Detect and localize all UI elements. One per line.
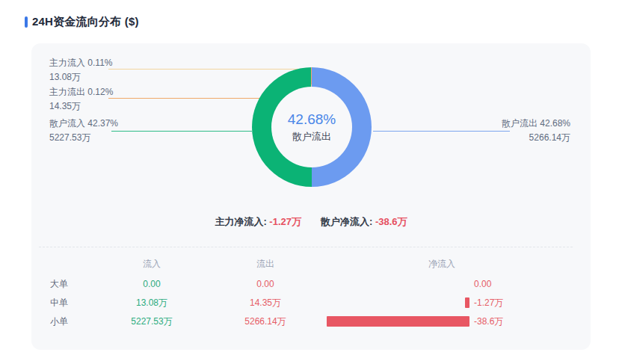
net-value: -1.27万 (474, 297, 503, 309)
label-retail-inflow-amount: 5227.53万 (49, 131, 118, 145)
label-main-outflow-amount: 14.35万 (49, 99, 113, 114)
fund-flow-card: 主力流入 0.11% 13.08万 主力流出 0.12% 14.35万 散户流入… (31, 43, 591, 350)
table-row-small-orders: 小单 5227.53万 5266.14万 -38.6万 (31, 315, 591, 327)
table-row-large-orders: 大单 0.00 0.00 0.00 (31, 278, 591, 290)
title-accent-bar (25, 16, 28, 28)
donut-ring[interactable]: 42.68% 散户流出 (252, 67, 372, 187)
label-main-outflow: 主力流出 0.12% 14.35万 (49, 85, 113, 114)
table-row-medium-orders: 中单 13.08万 14.35万 -1.27万 (31, 297, 591, 309)
panel-title-row: 24H资金流向分布 ($) (25, 15, 139, 29)
label-main-inflow-title: 主力流入 0.11% (49, 56, 112, 70)
label-retail-outflow-title: 散户流出 42.68% (502, 117, 570, 131)
retail-net-flow: 散户净流入: -38.6万 (321, 215, 407, 229)
header-inflow: 流入 (107, 258, 197, 270)
header-net-inflow: 净流入 (412, 258, 472, 270)
row-label: 大单 (50, 278, 68, 290)
retail-net-flow-label: 散户净流入: (321, 216, 372, 227)
label-main-inflow-amount: 13.08万 (49, 70, 112, 84)
inflow-value: 13.08万 (107, 297, 197, 309)
label-retail-outflow: 散户流出 42.68% 5266.14万 (502, 117, 570, 145)
label-main-outflow-title: 主力流出 0.12% (49, 85, 113, 99)
panel-title: 24H资金流向分布 ($) (32, 15, 139, 29)
outflow-value: 5266.14万 (221, 315, 310, 327)
row-label: 中单 (50, 297, 68, 309)
outflow-value: 14.35万 (221, 297, 310, 309)
table-header-row: 流入 流出 净流入 (31, 258, 591, 270)
donut-center-label: 42.68% 散户流出 (252, 67, 372, 187)
net-bar (327, 316, 469, 327)
inflow-value: 5227.53万 (107, 315, 197, 327)
leader-line-retail-inflow (111, 131, 252, 132)
label-retail-inflow: 散户流入 42.37% 5227.53万 (49, 117, 118, 145)
donut-center-name: 散户流出 (292, 130, 331, 144)
header-outflow: 流出 (221, 258, 310, 270)
fund-flow-panel: 24H资金流向分布 ($) 主力流入 0.11% 13.08万 主力流出 0.1… (0, 0, 619, 364)
donut-center-percent: 42.68% (288, 111, 336, 128)
retail-net-flow-value: -38.6万 (375, 216, 407, 227)
dashed-divider (39, 247, 573, 247)
outflow-value: 0.00 (221, 278, 310, 290)
leader-line-retail-outflow (373, 131, 510, 132)
label-main-inflow: 主力流入 0.11% 13.08万 (49, 56, 112, 84)
label-retail-outflow-amount: 5266.14万 (502, 131, 570, 145)
net-value: 0.00 (474, 278, 491, 290)
main-net-flow-value: -1.27万 (269, 216, 301, 227)
net-flow-summary: 主力净流入: -1.27万 散户净流入: -38.6万 (31, 215, 591, 229)
label-retail-inflow-title: 散户流入 42.37% (49, 117, 118, 131)
row-label: 小单 (50, 315, 68, 327)
inflow-value: 0.00 (107, 278, 197, 290)
net-value: -38.6万 (474, 315, 503, 327)
net-bar (465, 297, 469, 308)
main-net-flow-label: 主力净流入: (215, 216, 266, 227)
main-net-flow: 主力净流入: -1.27万 (215, 215, 301, 229)
